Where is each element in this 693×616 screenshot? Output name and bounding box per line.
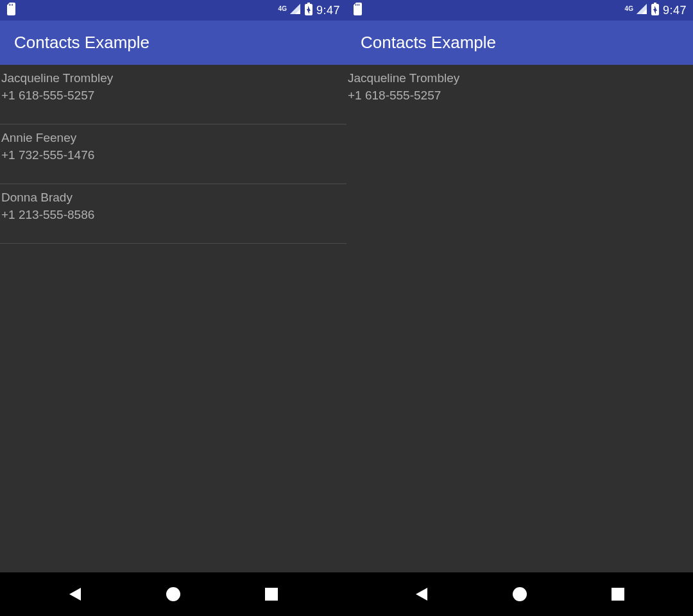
list-item[interactable]: Annie Feeney +1 732-555-1476: [0, 124, 346, 184]
svg-rect-3: [612, 588, 624, 601]
network-type-label: 4G: [278, 5, 287, 12]
home-button[interactable]: [481, 578, 558, 610]
signal-icon: [289, 3, 301, 17]
screen-left: 4G 9:47 Contacts Example Jacqueline Trom…: [0, 0, 346, 616]
back-button[interactable]: [383, 578, 460, 610]
contacts-list: Jacqueline Trombley +1 618-555-5257 Anni…: [0, 65, 346, 616]
contact-name: Annie Feeney: [0, 129, 346, 146]
sd-card-icon: [353, 3, 363, 18]
battery-charging-icon: [651, 3, 659, 18]
recent-apps-button[interactable]: [579, 578, 656, 610]
list-item[interactable]: Jacqueline Trombley +1 618-555-5257: [0, 65, 346, 124]
svg-point-2: [513, 587, 527, 601]
contact-phone: +1 213-555-8586: [0, 206, 346, 223]
contact-name: Jacqueline Trombley: [346, 69, 693, 87]
sd-card-icon: [6, 3, 17, 18]
contact-name: Jacqueline Trombley: [0, 69, 346, 87]
home-button[interactable]: [135, 578, 212, 610]
status-time: 9:47: [316, 4, 340, 17]
navigation-bar: [346, 572, 693, 616]
back-button[interactable]: [37, 578, 114, 610]
status-time: 9:47: [663, 4, 687, 17]
svg-rect-1: [265, 588, 278, 601]
svg-point-0: [166, 587, 180, 601]
app-title: Contacts Example: [361, 33, 496, 53]
list-item[interactable]: Donna Brady +1 213-555-8586: [0, 184, 346, 244]
screen-right: 4G 9:47 Contacts Example Jacqueline Trom…: [346, 0, 693, 616]
status-bar: 4G 9:47: [346, 0, 693, 21]
contact-name: Donna Brady: [0, 189, 346, 206]
battery-charging-icon: [305, 3, 312, 18]
network-type-label: 4G: [625, 5, 633, 12]
app-title: Contacts Example: [14, 33, 150, 53]
status-bar: 4G 9:47: [0, 0, 346, 21]
app-bar: Contacts Example: [346, 21, 693, 65]
contact-phone: +1 618-555-5257: [0, 87, 346, 104]
contact-phone: +1 618-555-5257: [346, 87, 693, 104]
recent-apps-button[interactable]: [233, 578, 310, 610]
navigation-bar: [0, 572, 346, 616]
app-bar: Contacts Example: [0, 21, 346, 65]
contact-detail: Jacqueline Trombley +1 618-555-5257: [346, 65, 693, 616]
contact-phone: +1 732-555-1476: [0, 146, 346, 164]
signal-icon: [636, 3, 647, 17]
